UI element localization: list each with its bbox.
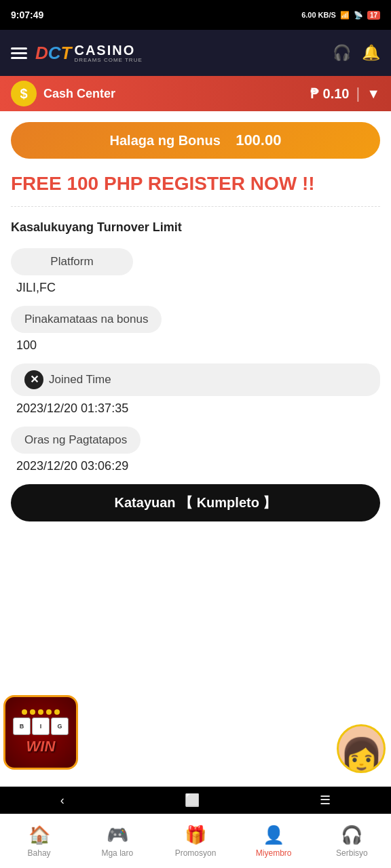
- games-icon: 🎮: [107, 825, 128, 846]
- max-bonus-label: Pinakamataas na bonus: [11, 306, 162, 333]
- status-text: Katayuan 【 Kumpleto 】: [115, 495, 277, 510]
- battery-indicator: 17: [367, 11, 380, 20]
- logo-d: D: [35, 43, 48, 63]
- platform-label: Platform: [11, 248, 133, 275]
- nav-miyembro[interactable]: 👤 Miyembro: [235, 819, 313, 863]
- platform-item: Platform JILI,FC: [11, 248, 380, 295]
- bonus-amount: 100.00: [236, 132, 281, 149]
- menu-button[interactable]: [11, 47, 27, 59]
- close-icon[interactable]: ✕: [24, 370, 43, 389]
- big-win-slot: B I G: [13, 717, 69, 735]
- recents-button[interactable]: ☰: [320, 793, 331, 808]
- system-nav: ‹ ⬜ ☰: [0, 787, 391, 814]
- joined-time-item: ✕ Joined Time 2023/12/20 01:37:35: [11, 363, 380, 416]
- divider: |: [356, 85, 360, 102]
- big-win-inner: B I G WIN: [3, 695, 78, 770]
- logo-tagline: DREAMS COME TRUE: [74, 57, 142, 63]
- joined-time-label: ✕ Joined Time: [11, 363, 380, 396]
- casino-text: CASINO: [74, 43, 142, 57]
- max-bonus-item: Pinakamataas na bonus 100: [11, 306, 380, 353]
- cash-left: $ Cash Center: [11, 81, 115, 106]
- gift-icon: 🎁: [185, 825, 206, 846]
- home-icon: 🏠: [29, 825, 50, 846]
- big-win-widget[interactable]: B I G WIN: [0, 692, 81, 773]
- dollar-icon: $: [11, 81, 37, 106]
- balance-amount: ₱ 0.10: [310, 85, 349, 102]
- balance-dropdown[interactable]: ▼: [367, 86, 380, 102]
- back-button[interactable]: ‹: [60, 793, 64, 808]
- logo: DCT CASINO DREAMS COME TRUE: [35, 43, 143, 64]
- service-icon: 🎧: [341, 825, 362, 846]
- section-title: Kasalukuyang Turnover Limit: [11, 220, 380, 235]
- divider-horizontal: [11, 206, 380, 207]
- end-time-value: 2023/12/20 03:06:29: [11, 459, 380, 473]
- status-bar: 9:07:49 6.00 KB/S 📶 📡 17: [0, 0, 391, 30]
- headset-icon[interactable]: 🎧: [333, 44, 351, 62]
- nav-bahay[interactable]: 🏠 Bahay: [0, 819, 78, 863]
- signal-icon: 📡: [354, 11, 363, 20]
- cash-right: ₱ 0.10 | ▼: [310, 85, 380, 102]
- nav-serbisyo-label: Serbisyo: [336, 848, 368, 858]
- wifi-icon: 📶: [340, 11, 350, 20]
- platform-value: JILI,FC: [11, 281, 380, 295]
- max-bonus-value: 100: [11, 338, 380, 353]
- status-badge: Katayuan 【 Kumpleto 】: [11, 484, 380, 521]
- cash-center-label: Cash Center: [43, 87, 115, 101]
- nav-mga-laro-label: Mga laro: [101, 848, 133, 858]
- logo-t: T: [61, 43, 72, 63]
- nav-promosyon[interactable]: 🎁 Promosyon: [156, 819, 234, 863]
- status-right: 6.00 KB/S 📶 📡 17: [301, 11, 380, 20]
- logo-casino: CASINO DREAMS COME TRUE: [74, 43, 142, 63]
- nav-mga-laro[interactable]: 🎮 Mga laro: [78, 819, 156, 863]
- end-time-item: Oras ng Pagtatapos 2023/12/20 03:06:29: [11, 427, 380, 473]
- user-icon: 👤: [263, 825, 284, 846]
- home-button[interactable]: ⬜: [185, 793, 200, 808]
- content-wrapper: Halaga ng Bonus 100.00 FREE 100 PHP REGI…: [0, 111, 391, 652]
- header-right: 🎧 🔔: [333, 44, 380, 62]
- logo-c: C: [48, 43, 61, 63]
- nav-promosyon-label: Promosyon: [175, 848, 217, 858]
- cash-bar: $ Cash Center ₱ 0.10 | ▼: [0, 76, 391, 111]
- big-win-dots: [22, 709, 60, 715]
- nav-serbisyo[interactable]: 🎧 Serbisyo: [313, 819, 391, 863]
- network-speed: 6.00 KB/S: [301, 11, 336, 19]
- avatar-face: 👩: [339, 738, 384, 773]
- big-win-text: WIN: [26, 738, 56, 755]
- status-time: 9:07:49: [11, 9, 43, 20]
- joined-time-value: 2023/12/20 01:37:35: [11, 401, 380, 416]
- end-time-label: Oras ng Pagtatapos: [11, 427, 141, 454]
- bottom-nav: 🏠 Bahay 🎮 Mga laro 🎁 Promosyon 👤 Miyembr…: [0, 814, 391, 868]
- bonus-banner-text: Halaga ng Bonus 100.00: [110, 133, 282, 148]
- header: DCT CASINO DREAMS COME TRUE 🎧 🔔: [0, 30, 391, 76]
- header-left: DCT CASINO DREAMS COME TRUE: [11, 43, 143, 64]
- nav-bahay-label: Bahay: [28, 848, 51, 858]
- main-content: Halaga ng Bonus 100.00 FREE 100 PHP REGI…: [0, 111, 391, 543]
- bell-icon[interactable]: 🔔: [362, 44, 380, 62]
- nav-miyembro-label: Miyembro: [256, 848, 292, 858]
- bonus-banner: Halaga ng Bonus 100.00: [11, 122, 380, 159]
- free-register-heading: FREE 100 PHP REGISTER NOW !!: [11, 172, 380, 195]
- bonus-label: Halaga ng Bonus: [110, 133, 221, 148]
- avatar-widget[interactable]: 👩: [337, 724, 386, 773]
